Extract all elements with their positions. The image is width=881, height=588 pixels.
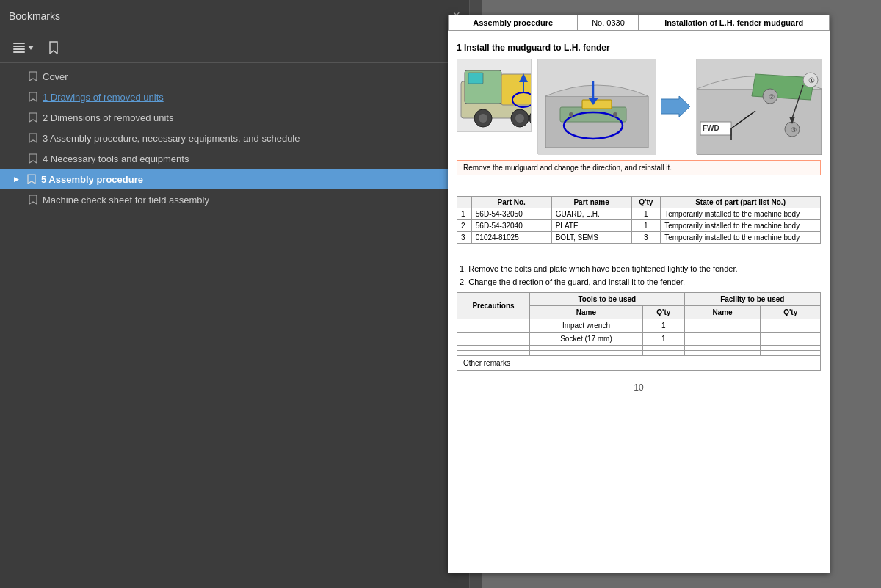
instruction-2: 2. Change the direction of the guard, an… [457, 277, 821, 286]
parts-cell-2-name: PLATE [551, 220, 631, 232]
before-svg [538, 59, 656, 155]
tools-name-header1: Name [530, 306, 643, 319]
tools-other-row: Other remarks [457, 356, 821, 371]
tools-row-3 [457, 346, 821, 351]
document-panel: Assembly procedure No. 0330 Installation… [396, 0, 881, 588]
svg-rect-19 [582, 100, 612, 109]
svg-rect-0 [13, 43, 25, 44]
detail-images-container: ② ③ ① FWD [537, 59, 821, 154]
bookmarks-panel-container: Bookmarks × [0, 0, 396, 588]
parts-cell-1-num: 1 [457, 208, 472, 220]
parts-cell-2-partno: 56D-54-32040 [471, 220, 551, 232]
bookmarks-panel-title: Bookmarks [9, 10, 60, 22]
tools-row-4 [457, 351, 821, 356]
facility-qty-cell1 [761, 319, 821, 333]
tools-precautions-cell3 [457, 346, 530, 351]
facility-name-cell2 [684, 333, 761, 346]
parts-cell-2-qty: 1 [631, 220, 661, 232]
bookmark-item-dimensions[interactable]: 2 Dimensions of removed units [0, 107, 469, 128]
header-col3: Installation of L.H. fender mudguard [639, 15, 830, 31]
collapse-toggle-assembly[interactable]: ▶ [10, 173, 22, 185]
instruction-1: 1. Remove the bolts and plate which have… [457, 264, 821, 273]
svg-rect-6 [468, 73, 483, 84]
bookmark-label-assembly-eq: 3 Assembly procedure, necessary equipmen… [43, 133, 300, 144]
chevron-down-icon [28, 46, 34, 50]
spacer2 [457, 253, 821, 264]
note-box: Remove the mudguard and change the direc… [457, 160, 821, 175]
bookmark-item-cover[interactable]: Cover [0, 66, 469, 87]
parts-col-num [457, 197, 472, 208]
parts-cell-2-state: Temporarily installed to the machine bod… [661, 220, 821, 232]
bookmark-label-assembly: 5 Assembly procedure [41, 174, 143, 185]
header-col1: Assembly procedure [449, 15, 578, 31]
document-header-table: Assembly procedure No. 0330 Installation… [448, 15, 830, 31]
tools-precautions-header: Precautions [457, 293, 530, 319]
parts-row-3: 3 01024-81025 BOLT, SEMS 3 Temporarily i… [457, 232, 821, 244]
facility-name-cell1 [684, 319, 761, 333]
tools-table: Precautions Tools to be used Facility to… [457, 292, 821, 371]
bookmark-item-assembly-eq[interactable]: 3 Assembly procedure, necessary equipmen… [0, 128, 469, 148]
header-col2: No. 0330 [578, 15, 639, 31]
step-title: 1 Install the mudguard to L.H. fender [457, 43, 821, 53]
spacer1 [457, 184, 821, 196]
bookmarks-list: Cover 1 Drawings of removed units [0, 63, 469, 588]
svg-marker-24 [661, 96, 690, 117]
forward-arrow [661, 95, 690, 117]
detail-image-after: ② ③ ① FWD [696, 59, 821, 154]
svg-rect-13 [501, 74, 532, 105]
bookmark-icon-tools [28, 153, 38, 164]
svg-point-21 [613, 112, 617, 117]
parts-col-qty: Q'ty [631, 197, 661, 208]
tools-facility-header: Facility to be used [684, 293, 820, 306]
svg-point-8 [479, 114, 487, 123]
document-content: 1 Install the mudguard to L.H. fender [448, 37, 830, 377]
tools-qty-cell3 [642, 346, 684, 351]
tools-qty-header2: Q'ty [761, 306, 821, 319]
bookmark-item-check-sheet[interactable]: Machine check sheet for field assembly [0, 189, 469, 210]
tools-precautions-cell4 [457, 351, 530, 356]
parts-cell-3-num: 3 [457, 232, 472, 244]
bookmark-item-tools[interactable]: 4 Necessary tools and equipments [0, 148, 469, 169]
tools-precautions-cell1 [457, 319, 530, 333]
bookmark-action-button[interactable] [44, 38, 63, 57]
svg-text:②: ② [769, 93, 775, 101]
svg-text:③: ③ [791, 126, 797, 134]
collapse-toggle-cover [12, 70, 23, 82]
tools-qty-cell2: 1 [642, 333, 684, 346]
truck-image-area: ② ③ ① FWD [457, 59, 821, 154]
tools-precautions-cell2 [457, 333, 530, 346]
bookmark-label-dimensions: 2 Dimensions of removed units [43, 112, 173, 123]
facility-qty-cell4 [761, 351, 821, 356]
bookmark-icon-check-sheet [28, 194, 38, 206]
tools-name-cell4 [530, 351, 643, 356]
tools-qty-cell1: 1 [642, 319, 684, 333]
collapse-toggle-drawings [12, 91, 23, 103]
parts-cell-2-num: 2 [457, 220, 472, 232]
page-number: 10 [448, 382, 830, 396]
bookmarks-panel: Bookmarks × [0, 0, 470, 588]
facility-qty-cell3 [761, 346, 821, 351]
parts-cell-1-name: GUARD, L.H. [551, 208, 631, 220]
view-options-button[interactable] [9, 39, 38, 57]
after-svg: ② ③ ① FWD [697, 59, 822, 155]
detail-image-before [537, 59, 655, 154]
parts-col-state: State of part (part list No.) [661, 197, 821, 208]
bookmark-label-drawings: 1 Drawings of removed units [43, 92, 164, 103]
other-remarks-cell: Other remarks [457, 356, 821, 371]
bookmark-item-assembly[interactable]: ▶ 5 Assembly procedure [0, 169, 469, 189]
bookmark-icon-assembly [26, 173, 37, 185]
bookmark-item-drawings[interactable]: 1 Drawings of removed units [0, 87, 469, 107]
bookmark-icon-drawings [28, 91, 38, 103]
parts-cell-1-qty: 1 [631, 208, 661, 220]
tools-row-1: Impact wrench 1 [457, 319, 821, 333]
parts-cell-1-partno: 56D-54-32050 [471, 208, 551, 220]
parts-col-partno: Part No. [471, 197, 551, 208]
parts-cell-3-qty: 3 [631, 232, 661, 244]
tools-name-cell3 [530, 346, 643, 351]
svg-point-20 [569, 112, 573, 117]
bookmark-icon-assembly-eq [28, 132, 38, 144]
tools-name-cell2: Socket (17 mm) [530, 333, 643, 346]
parts-row-2: 2 56D-54-32040 PLATE 1 Temporarily insta… [457, 220, 821, 232]
bookmark-label-check-sheet: Machine check sheet for field assembly [43, 195, 209, 206]
parts-cell-3-partno: 01024-81025 [471, 232, 551, 244]
